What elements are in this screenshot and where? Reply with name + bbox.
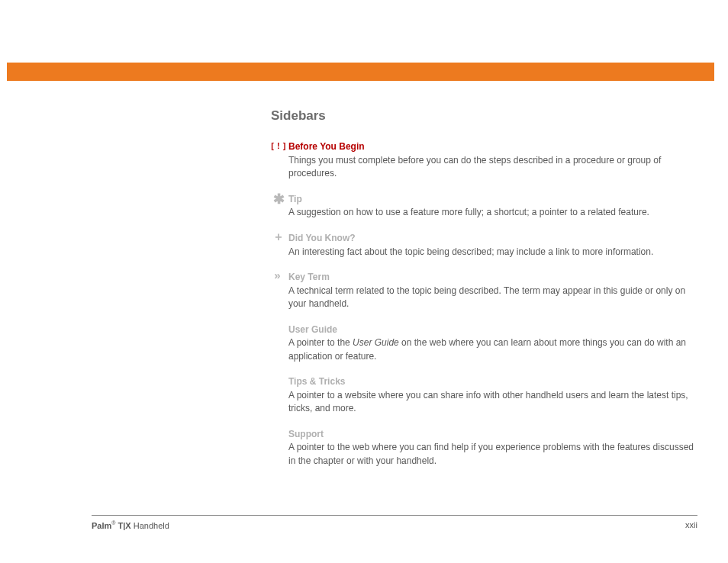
item-desc: A pointer to the web where you can find … — [288, 441, 697, 468]
chevron-right-icon: » — [269, 269, 284, 282]
footer-page-number: xxii — [685, 520, 697, 530]
item-desc: Things you must complete before you can … — [288, 154, 697, 181]
item-title: Before You Begin — [288, 140, 697, 153]
item-title: Did You Know? — [288, 232, 697, 245]
item-title: Tip — [288, 193, 697, 206]
item-title: Tips & Tricks — [288, 375, 697, 388]
asterisk-icon: ✱ — [271, 191, 286, 208]
item-desc: A pointer to a website where you can sha… — [288, 389, 697, 416]
item-title: User Guide — [288, 323, 697, 336]
item-desc: An interesting fact about the topic bein… — [288, 246, 697, 259]
page-footer: Palm® T|X Handheld xxii — [92, 520, 697, 530]
item-did-you-know: + Did You Know? An interesting fact abou… — [271, 232, 697, 259]
item-before-you-begin: [ ! ] Before You Begin Things you must c… — [271, 140, 697, 181]
alert-icon: [ ! ] — [271, 141, 286, 150]
item-tip: ✱ Tip A suggestion on how to use a featu… — [271, 193, 697, 220]
item-user-guide: User Guide A pointer to the User Guide o… — [271, 323, 697, 364]
main-content: Sidebars [ ! ] Before You Begin Things y… — [271, 108, 697, 480]
item-desc: A suggestion on how to use a feature mor… — [288, 206, 697, 219]
section-title: Sidebars — [271, 108, 697, 124]
item-title: Key Term — [288, 271, 697, 284]
header-accent-bar — [7, 63, 714, 81]
item-support: Support A pointer to the web where you c… — [271, 428, 697, 468]
plus-icon: + — [271, 230, 286, 244]
footer-brand: Palm® T|X Handheld — [92, 520, 169, 530]
item-key-term: » Key Term A technical term related to t… — [271, 271, 697, 311]
item-tips-tricks: Tips & Tricks A pointer to a website whe… — [271, 375, 697, 416]
item-desc: A technical term related to the topic be… — [288, 285, 697, 311]
item-desc: A pointer to the User Guide on the web w… — [288, 336, 697, 363]
footer-divider — [92, 515, 697, 516]
item-title: Support — [288, 428, 697, 441]
